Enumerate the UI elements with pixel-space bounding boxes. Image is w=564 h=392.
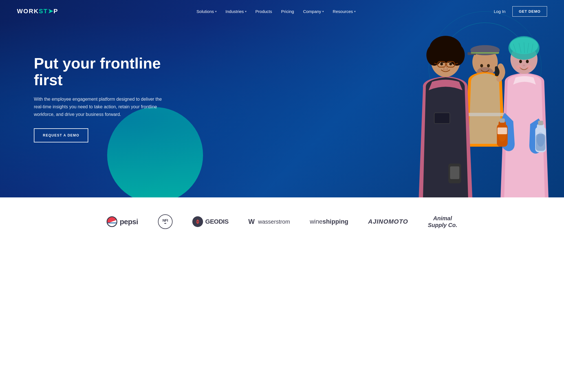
svg-point-46 [526, 60, 529, 63]
nav-link-resources[interactable]: Resources ▾ [333, 9, 356, 14]
request-demo-button[interactable]: REQUEST A DEMO [34, 128, 88, 142]
pepsi-icon [107, 216, 117, 227]
svg-rect-7 [467, 113, 505, 116]
svg-point-49 [526, 65, 532, 69]
chevron-down-icon: ▾ [245, 10, 246, 13]
hero-section: Put your frontline first With the employ… [0, 0, 564, 197]
nav-item-pricing[interactable]: Pricing [281, 9, 294, 14]
workers-illustration [367, 0, 564, 197]
nav-right: Log In GET DEMO [494, 6, 547, 17]
geodis-text: GEODIS [205, 218, 229, 225]
main-nav: WORKST➤P Solutions ▾ Industries ▾ Produc… [0, 0, 564, 23]
nav-item-company[interactable]: Company ▾ [303, 9, 324, 14]
svg-point-25 [440, 63, 443, 65]
workers-svg [367, 0, 564, 197]
chevron-down-icon: ▾ [322, 10, 324, 13]
svg-rect-13 [450, 166, 459, 179]
logo-nfi: NFI ➡ [158, 214, 173, 229]
chevron-down-icon: ▾ [354, 10, 356, 13]
pepsi-text: pepsi [120, 217, 138, 226]
animal-supply-text: AnimalSupply Co. [428, 215, 457, 228]
logo-wineshipping: wineshipping [310, 218, 348, 225]
nav-link-company[interactable]: Company ▾ [303, 9, 324, 14]
login-link[interactable]: Log In [494, 9, 506, 14]
geodis-svg [195, 219, 201, 225]
svg-point-9 [480, 64, 483, 67]
logo-ajinomoto: AJINOMOTO [368, 218, 408, 225]
wineshipping-text: wineshipping [310, 218, 348, 225]
nav-link-products[interactable]: Products [255, 9, 272, 14]
wasserstrom-w-icon: W [248, 218, 255, 226]
svg-point-48 [516, 65, 522, 69]
get-demo-button[interactable]: GET DEMO [512, 6, 547, 17]
nfi-icon: NFI ➡ [158, 214, 173, 229]
logo-wasserstrom: W wasserstrom [248, 218, 290, 226]
hero-subtitle: With the employee engagement platform de… [34, 95, 169, 118]
hero-content: Put your frontline first With the employ… [0, 55, 175, 142]
nav-link-industries[interactable]: Industries ▾ [226, 9, 246, 14]
nav-item-solutions[interactable]: Solutions ▾ [197, 9, 217, 14]
nav-item-industries[interactable]: Industries ▾ [226, 9, 246, 14]
svg-point-47 [523, 65, 525, 66]
wasserstrom-text: wasserstrom [258, 219, 290, 225]
nav-item-products[interactable]: Products [255, 9, 272, 14]
svg-rect-5 [471, 52, 499, 54]
svg-rect-42 [538, 121, 543, 125]
hero-title: Put your frontline first [34, 55, 175, 89]
svg-point-29 [510, 37, 538, 54]
nav-link-solutions[interactable]: Solutions ▾ [197, 9, 217, 14]
svg-point-45 [519, 60, 522, 63]
svg-point-10 [487, 64, 490, 67]
svg-rect-44 [536, 134, 545, 151]
logo-animal-supply: AnimalSupply Co. [428, 215, 457, 228]
chevron-down-icon: ▾ [215, 10, 217, 13]
nav-item-resources[interactable]: Resources ▾ [333, 9, 356, 14]
svg-rect-11 [434, 113, 450, 124]
nav-link-pricing[interactable]: Pricing [281, 9, 294, 14]
logos-section: pepsi NFI ➡ GEODIS W wasserstrom wineshi… [0, 197, 564, 246]
logo-pepsi: pepsi [107, 216, 138, 227]
nav-links: Solutions ▾ Industries ▾ Products Pricin… [197, 9, 356, 14]
svg-rect-39 [497, 127, 507, 134]
logo-geodis: GEODIS [192, 216, 229, 227]
svg-rect-37 [500, 118, 505, 123]
logo[interactable]: WORKST➤P [17, 8, 58, 15]
geodis-icon [192, 216, 203, 227]
svg-point-26 [449, 63, 452, 65]
ajinomoto-text: AJINOMOTO [368, 218, 408, 225]
logo-text: WORKST➤P [17, 8, 58, 15]
svg-point-19 [441, 37, 458, 53]
